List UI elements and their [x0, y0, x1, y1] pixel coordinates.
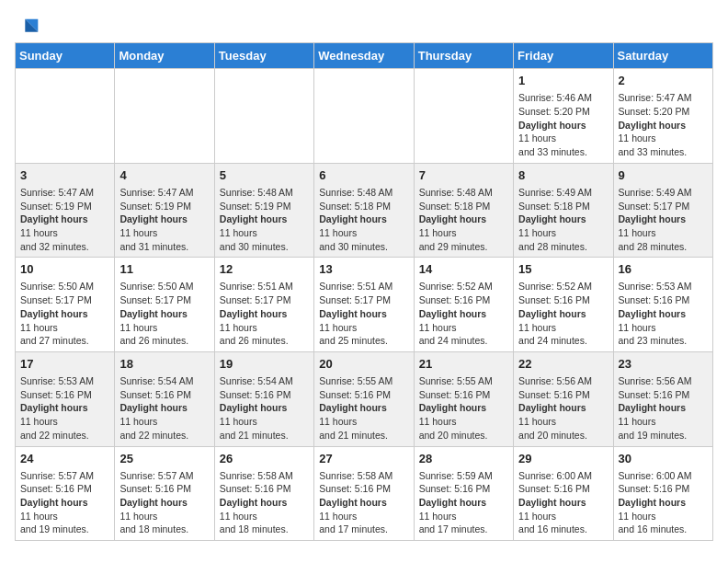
calendar-cell: 27Sunrise: 5:58 AMSunset: 5:16 PMDayligh…	[314, 446, 414, 541]
day-info: Sunrise: 5:53 AMSunset: 5:16 PMDaylight …	[619, 280, 708, 347]
daylight-label: Daylight hours	[220, 497, 288, 508]
day-info: Sunrise: 5:48 AMSunset: 5:18 PMDaylight …	[419, 186, 508, 253]
day-info: Sunrise: 5:52 AMSunset: 5:16 PMDaylight …	[419, 280, 508, 347]
calendar-cell: 8Sunrise: 5:49 AMSunset: 5:18 PMDaylight…	[514, 163, 613, 258]
day-number: 10	[20, 261, 109, 278]
day-info: Sunrise: 5:48 AMSunset: 5:19 PMDaylight …	[220, 186, 309, 253]
daylight-label: Daylight hours	[619, 120, 687, 131]
day-number: 6	[319, 167, 408, 184]
calendar-cell	[16, 69, 115, 164]
calendar-cell: 9Sunrise: 5:49 AMSunset: 5:17 PMDaylight…	[613, 163, 712, 258]
day-info: Sunrise: 5:51 AMSunset: 5:17 PMDaylight …	[220, 280, 309, 347]
daylight-label: Daylight hours	[220, 213, 288, 224]
day-info: Sunrise: 5:54 AMSunset: 5:16 PMDaylight …	[119, 374, 209, 442]
daylight-label: Daylight hours	[419, 402, 487, 413]
day-number: 14	[419, 261, 508, 278]
day-number: 30	[619, 451, 708, 467]
daylight-label: Daylight hours	[419, 497, 487, 508]
day-info: Sunrise: 5:54 AMSunset: 5:16 PMDaylight …	[220, 374, 309, 442]
column-header-saturday: Saturday	[613, 43, 712, 69]
daylight-label: Daylight hours	[619, 213, 687, 224]
calendar-cell: 23Sunrise: 5:56 AMSunset: 5:16 PMDayligh…	[613, 351, 712, 446]
calendar-cell: 1Sunrise: 5:46 AMSunset: 5:20 PMDaylight…	[514, 69, 613, 164]
daylight-label: Daylight hours	[619, 308, 687, 319]
calendar-cell: 15Sunrise: 5:52 AMSunset: 5:16 PMDayligh…	[514, 258, 613, 352]
day-number: 24	[20, 451, 109, 467]
day-info: Sunrise: 5:49 AMSunset: 5:18 PMDaylight …	[518, 186, 608, 253]
day-info: Sunrise: 5:57 AMSunset: 5:16 PMDaylight …	[119, 469, 209, 536]
day-info: Sunrise: 5:56 AMSunset: 5:16 PMDaylight …	[518, 374, 608, 442]
calendar-cell: 30Sunrise: 6:00 AMSunset: 5:16 PMDayligh…	[613, 446, 712, 541]
calendar-cell: 26Sunrise: 5:58 AMSunset: 5:16 PMDayligh…	[214, 446, 313, 541]
daylight-label: Daylight hours	[20, 308, 88, 319]
day-info: Sunrise: 5:47 AMSunset: 5:19 PMDaylight …	[119, 186, 209, 253]
daylight-label: Daylight hours	[319, 497, 387, 508]
day-number: 25	[119, 451, 209, 467]
daylight-label: Daylight hours	[518, 120, 586, 131]
day-info: Sunrise: 5:50 AMSunset: 5:17 PMDaylight …	[119, 280, 209, 347]
calendar-cell	[314, 69, 414, 164]
day-number: 9	[619, 167, 708, 184]
day-number: 4	[119, 167, 209, 184]
logo-icon	[17, 15, 42, 40]
day-info: Sunrise: 5:57 AMSunset: 5:16 PMDaylight …	[20, 469, 109, 536]
daylight-label: Daylight hours	[119, 308, 188, 319]
daylight-label: Daylight hours	[20, 213, 88, 224]
day-info: Sunrise: 5:51 AMSunset: 5:17 PMDaylight …	[319, 280, 408, 347]
day-info: Sunrise: 5:48 AMSunset: 5:18 PMDaylight …	[319, 186, 408, 253]
day-number: 23	[619, 356, 708, 373]
day-number: 5	[220, 167, 309, 184]
calendar-cell: 17Sunrise: 5:53 AMSunset: 5:16 PMDayligh…	[16, 351, 115, 446]
day-info: Sunrise: 5:47 AMSunset: 5:19 PMDaylight …	[20, 186, 109, 253]
day-info: Sunrise: 5:59 AMSunset: 5:16 PMDaylight …	[419, 469, 508, 536]
day-number: 28	[419, 451, 508, 467]
calendar-week-row: 3Sunrise: 5:47 AMSunset: 5:19 PMDaylight…	[16, 163, 713, 258]
column-header-friday: Friday	[514, 43, 613, 69]
day-number: 3	[20, 167, 109, 184]
calendar-cell: 3Sunrise: 5:47 AMSunset: 5:19 PMDaylight…	[16, 163, 115, 258]
day-number: 15	[518, 261, 608, 278]
calendar-cell: 10Sunrise: 5:50 AMSunset: 5:17 PMDayligh…	[16, 258, 115, 352]
calendar-week-row: 1Sunrise: 5:46 AMSunset: 5:20 PMDaylight…	[16, 69, 713, 164]
calendar-cell: 7Sunrise: 5:48 AMSunset: 5:18 PMDaylight…	[414, 163, 513, 258]
daylight-label: Daylight hours	[20, 497, 88, 508]
calendar-cell: 22Sunrise: 5:56 AMSunset: 5:16 PMDayligh…	[514, 351, 613, 446]
day-info: Sunrise: 5:56 AMSunset: 5:16 PMDaylight …	[619, 374, 708, 442]
calendar-cell	[214, 69, 313, 164]
column-header-thursday: Thursday	[414, 43, 513, 69]
daylight-label: Daylight hours	[319, 308, 387, 319]
column-header-tuesday: Tuesday	[214, 43, 313, 69]
day-info: Sunrise: 5:58 AMSunset: 5:16 PMDaylight …	[220, 469, 309, 536]
calendar-cell: 21Sunrise: 5:55 AMSunset: 5:16 PMDayligh…	[414, 351, 513, 446]
day-number: 1	[518, 73, 608, 89]
day-number: 26	[220, 451, 309, 467]
calendar-cell: 28Sunrise: 5:59 AMSunset: 5:16 PMDayligh…	[414, 446, 513, 541]
day-number: 21	[419, 356, 508, 373]
column-header-sunday: Sunday	[16, 43, 115, 69]
day-number: 29	[518, 451, 608, 467]
calendar-header-row: SundayMondayTuesdayWednesdayThursdayFrid…	[16, 43, 713, 69]
daylight-label: Daylight hours	[319, 402, 387, 413]
calendar-cell: 4Sunrise: 5:47 AMSunset: 5:19 PMDaylight…	[115, 163, 214, 258]
calendar-cell: 20Sunrise: 5:55 AMSunset: 5:16 PMDayligh…	[314, 351, 414, 446]
calendar-cell: 16Sunrise: 5:53 AMSunset: 5:16 PMDayligh…	[613, 258, 712, 352]
daylight-label: Daylight hours	[518, 402, 586, 413]
day-info: Sunrise: 5:53 AMSunset: 5:16 PMDaylight …	[20, 374, 109, 442]
day-number: 17	[20, 356, 109, 373]
calendar-cell	[115, 69, 214, 164]
daylight-label: Daylight hours	[619, 402, 687, 413]
day-info: Sunrise: 5:52 AMSunset: 5:16 PMDaylight …	[518, 280, 608, 347]
calendar-cell	[414, 69, 513, 164]
calendar-cell: 29Sunrise: 6:00 AMSunset: 5:16 PMDayligh…	[514, 446, 613, 541]
day-info: Sunrise: 5:47 AMSunset: 5:20 PMDaylight …	[619, 91, 708, 158]
daylight-label: Daylight hours	[518, 213, 586, 224]
calendar-cell: 2Sunrise: 5:47 AMSunset: 5:20 PMDaylight…	[613, 69, 712, 164]
calendar-cell: 14Sunrise: 5:52 AMSunset: 5:16 PMDayligh…	[414, 258, 513, 352]
calendar-cell: 12Sunrise: 5:51 AMSunset: 5:17 PMDayligh…	[214, 258, 313, 352]
day-info: Sunrise: 5:58 AMSunset: 5:16 PMDaylight …	[319, 469, 408, 536]
day-number: 22	[518, 356, 608, 373]
day-info: Sunrise: 5:46 AMSunset: 5:20 PMDaylight …	[518, 91, 608, 158]
calendar-week-row: 10Sunrise: 5:50 AMSunset: 5:17 PMDayligh…	[16, 258, 713, 352]
daylight-label: Daylight hours	[518, 308, 586, 319]
calendar-cell: 13Sunrise: 5:51 AMSunset: 5:17 PMDayligh…	[314, 258, 414, 352]
